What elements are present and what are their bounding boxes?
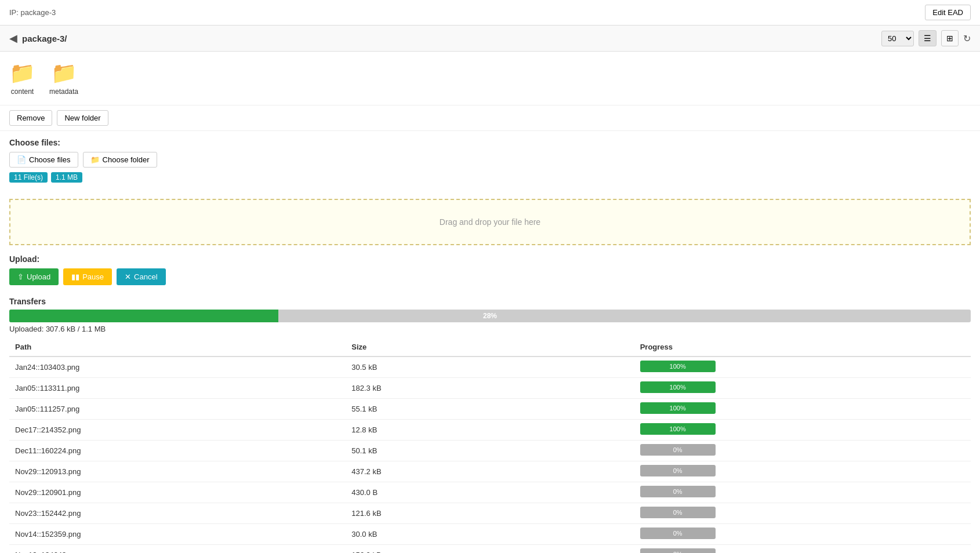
- cell-path: Jan05::111257.png: [9, 399, 346, 420]
- back-button[interactable]: ◀: [9, 32, 17, 45]
- action-bar: Remove New folder: [0, 105, 980, 131]
- list-icon: ☰: [924, 34, 931, 43]
- table-row: Dec17::214352.png12.8 kB100%: [9, 420, 971, 441]
- folder-icon-content: 📁: [9, 61, 35, 85]
- col-size-header: Size: [346, 338, 634, 356]
- cell-progress: 0%: [634, 545, 971, 554]
- cell-path: Jan24::103403.png: [9, 356, 346, 378]
- cell-progress: 100%: [634, 356, 971, 378]
- refresh-button[interactable]: ↻: [963, 33, 971, 44]
- table-header-row: Path Size Progress: [9, 338, 971, 356]
- cell-size: 30.0 kB: [346, 524, 634, 545]
- progress-bar-text: 0%: [640, 488, 716, 495]
- transfers-table: Path Size Progress Jan24::103403.png30.5…: [9, 338, 971, 553]
- progress-bar-text: 0%: [640, 467, 716, 474]
- table-wrapper: Path Size Progress Jan24::103403.png30.5…: [9, 338, 971, 553]
- cell-progress: 100%: [634, 420, 971, 441]
- pause-button[interactable]: ▮▮ Pause: [63, 268, 112, 285]
- choose-files-label: Choose files:: [9, 138, 971, 147]
- upload-section: Choose files: 📄 Choose files 📁 Choose fo…: [0, 131, 980, 194]
- folder-item-content[interactable]: 📁 content: [9, 61, 35, 96]
- cell-progress: 0%: [634, 503, 971, 524]
- upload-btn-label: Upload: [27, 272, 50, 281]
- cancel-button[interactable]: ✕ Cancel: [117, 268, 165, 285]
- cell-size: 30.5 kB: [346, 356, 634, 378]
- col-progress-header: Progress: [634, 338, 971, 356]
- cell-path: Dec17::214352.png: [9, 420, 346, 441]
- overall-progress-text: 28%: [9, 312, 971, 320]
- cell-path: Nov14::152359.png: [9, 524, 346, 545]
- progress-bar-outer: 0%: [640, 444, 716, 456]
- drag-drop-zone[interactable]: Drag and drop your file here: [9, 199, 971, 245]
- upload-label: Upload:: [9, 254, 971, 264]
- cell-path: Jan05::113311.png: [9, 378, 346, 399]
- per-page-select[interactable]: 10 25 50 100: [881, 31, 914, 46]
- remove-button[interactable]: Remove: [9, 110, 52, 126]
- table-row: Jan05::113311.png182.3 kB100%: [9, 378, 971, 399]
- progress-bar-outer: 0%: [640, 507, 716, 518]
- cell-path: Nov13::134643.png: [9, 545, 346, 554]
- edit-ead-button[interactable]: Edit EAD: [925, 5, 971, 20]
- progress-bar-outer: 0%: [640, 527, 716, 539]
- folder-icon-metadata: 📁: [51, 61, 77, 85]
- cell-size: 437.2 kB: [346, 461, 634, 482]
- nav-right: 10 25 50 100 ☰ ⊞ ↻: [881, 30, 971, 46]
- breadcrumb: package-3/: [22, 34, 67, 43]
- progress-bar-text: 100%: [640, 405, 716, 412]
- table-row: Dec11::160224.png50.1 kB0%: [9, 441, 971, 461]
- table-row: Nov29::120901.png430.0 B0%: [9, 482, 971, 503]
- cell-size: 55.1 kB: [346, 399, 634, 420]
- refresh-icon: ↻: [963, 34, 971, 43]
- ip-info: IP: package-3: [9, 8, 56, 17]
- header: IP: package-3 Edit EAD: [0, 0, 980, 26]
- progress-bar-outer: 0%: [640, 548, 716, 553]
- file-count-badge: 11 File(s): [9, 172, 48, 183]
- cancel-btn-label: Cancel: [134, 272, 157, 281]
- folder-label-metadata: metadata: [49, 88, 78, 96]
- choose-btns: 📄 Choose files 📁 Choose folder: [9, 152, 971, 168]
- cell-size: 12.8 kB: [346, 420, 634, 441]
- choose-folder-button[interactable]: 📁 Choose folder: [83, 152, 157, 168]
- cell-path: Nov29::120901.png: [9, 482, 346, 503]
- cell-size: 156.9 kB: [346, 545, 634, 554]
- table-row: Nov14::152359.png30.0 kB0%: [9, 524, 971, 545]
- table-row: Nov13::134643.png156.9 kB0%: [9, 545, 971, 554]
- progress-bar-outer: 0%: [640, 486, 716, 497]
- cell-size: 50.1 kB: [346, 441, 634, 461]
- folder-icon-choose: 📁: [90, 155, 100, 164]
- ip-value: package-3: [21, 8, 56, 17]
- cell-size: 121.6 kB: [346, 503, 634, 524]
- progress-bar-text: 0%: [640, 509, 716, 516]
- new-folder-button[interactable]: New folder: [57, 110, 108, 126]
- cell-path: Dec11::160224.png: [9, 441, 346, 461]
- cell-progress: 100%: [634, 399, 971, 420]
- progress-bar-text: 100%: [640, 425, 716, 432]
- pause-icon: ▮▮: [71, 272, 79, 281]
- choose-files-button[interactable]: 📄 Choose files: [9, 152, 78, 168]
- cell-progress: 0%: [634, 441, 971, 461]
- list-view-button[interactable]: ☰: [919, 30, 937, 46]
- drag-drop-text: Drag and drop your file here: [440, 217, 540, 227]
- table-row: Jan05::111257.png55.1 kB100%: [9, 399, 971, 420]
- progress-bar-text: 100%: [640, 384, 716, 391]
- nav-left: ◀ package-3/: [9, 32, 67, 45]
- choose-folder-btn-label: Choose folder: [103, 155, 150, 164]
- progress-bar-text: 100%: [640, 363, 716, 370]
- upload-button[interactable]: ⇧ Upload: [9, 268, 59, 285]
- progress-bar-outer: 100%: [640, 402, 716, 414]
- progress-bar-text: 0%: [640, 551, 716, 553]
- upload-icon: ⇧: [17, 272, 24, 281]
- col-path-header: Path: [9, 338, 346, 356]
- file-badges: 11 File(s) 1.1 MB: [9, 172, 971, 183]
- cancel-icon: ✕: [125, 272, 131, 281]
- progress-bar-outer: 0%: [640, 465, 716, 476]
- folder-browser: 📁 content 📁 metadata: [0, 52, 980, 105]
- progress-bar-outer: 100%: [640, 381, 716, 393]
- grid-view-button[interactable]: ⊞: [941, 30, 959, 46]
- file-size-badge: 1.1 MB: [51, 172, 82, 183]
- folder-item-metadata[interactable]: 📁 metadata: [49, 61, 78, 96]
- nav-bar: ◀ package-3/ 10 25 50 100 ☰ ⊞ ↻: [0, 26, 980, 52]
- upload-controls: Upload: ⇧ Upload ▮▮ Pause ✕ Cancel: [0, 250, 980, 297]
- cell-size: 430.0 B: [346, 482, 634, 503]
- ip-label: IP:: [9, 8, 19, 17]
